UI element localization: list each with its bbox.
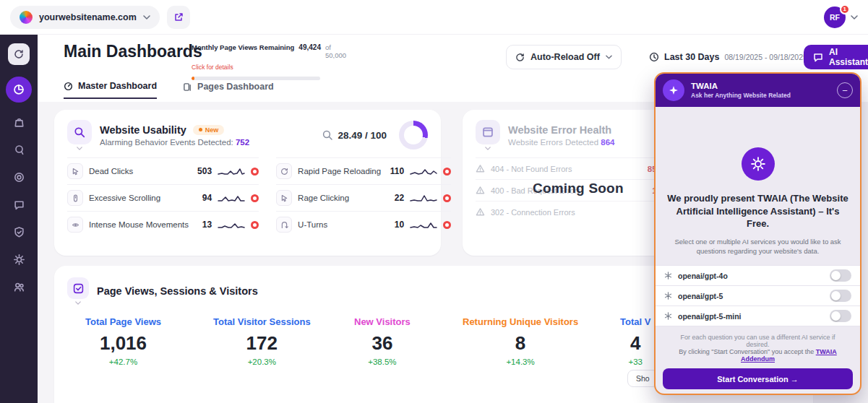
twaia-title: TWAIA — [691, 82, 791, 90]
sidebar — [0, 35, 38, 403]
notification-badge: 1 — [840, 4, 850, 14]
usability-row: Dead Clicks 503 — [67, 157, 259, 184]
chevron-down-icon — [851, 15, 858, 20]
sparkline-chart — [410, 167, 437, 176]
alert-dot-icon — [443, 194, 451, 202]
metric-label: Dead Clicks — [89, 167, 189, 176]
disclaimer-text: By clicking "Start Conversation" you acc… — [679, 348, 815, 355]
new-badge: New — [193, 125, 225, 135]
toggle-switch[interactable] — [830, 269, 851, 282]
usability-row: Rage Clicking 22 — [276, 184, 451, 211]
expand-chevron-icon[interactable] — [77, 147, 82, 150]
usability-card-icon — [67, 120, 92, 144]
metric-value: 172 — [246, 332, 278, 355]
usability-score-donut — [399, 121, 428, 150]
quota-label: Monthly Page Views Remaining — [192, 43, 294, 51]
metric-change: +14.3% — [506, 358, 534, 366]
openai-icon — [664, 292, 672, 300]
start-conversation-button[interactable]: Start Conversation → — [663, 368, 853, 389]
alert-dot-icon — [443, 221, 451, 229]
sidebar-item-collapse[interactable] — [8, 43, 30, 65]
metric-value: 110 — [387, 166, 404, 176]
metric-column: Returning Unique Visitors 8 +14.3% — [463, 316, 578, 366]
chat-bubble-icon — [14, 199, 25, 210]
warning-icon — [476, 186, 485, 195]
sidebar-item-dashboard[interactable] — [6, 77, 32, 103]
avatar[interactable]: RF 1 — [824, 6, 846, 28]
clock-icon — [649, 52, 659, 62]
error-row: 404 - Not Found Errors 852 — [476, 157, 672, 179]
usability-row: Rapid Page Reloading 110 — [276, 157, 451, 184]
sidebar-item-ecommerce[interactable] — [12, 116, 25, 129]
site-selector[interactable]: yourwebsitename.com — [10, 6, 160, 29]
toggle-switch[interactable] — [830, 290, 851, 302]
metric-label: Intense Mouse Movements — [89, 220, 189, 229]
twaia-body: We proudly present TWAIA (The Website Ar… — [656, 107, 860, 395]
sparkline-chart — [218, 220, 245, 230]
minimize-button[interactable]: − — [837, 82, 853, 98]
subtitle-text: Website Errors Detected — [508, 138, 598, 147]
ai-service-label: openai/gpt-5-mini — [678, 312, 742, 321]
metric-value: 4 — [630, 332, 640, 355]
pages-icon — [183, 82, 192, 92]
sidebar-item-communication[interactable] — [12, 198, 25, 211]
sparkline-chart — [410, 220, 437, 230]
ai-assistant-button[interactable]: AI Assistant — [804, 45, 868, 69]
ai-service-row: openai/gpt-5 — [656, 286, 860, 306]
target-icon — [14, 172, 25, 183]
metric-label: Excessive Scrolling — [89, 194, 189, 202]
user-menu[interactable]: RF 1 — [824, 6, 858, 28]
sidebar-item-visitors[interactable] — [12, 280, 25, 293]
pointer-icon — [67, 163, 83, 179]
quota-details-link[interactable]: Click for details — [192, 64, 233, 71]
chat-bubble-icon — [813, 52, 823, 62]
ai-service-label: openai/gpt-5 — [678, 292, 723, 300]
expand-chevron-icon[interactable] — [75, 301, 81, 305]
metric-value: 8 — [515, 332, 525, 355]
usability-row: Intense Mouse Movements 13 — [67, 211, 259, 238]
page-title: Main Dashboards — [64, 42, 202, 61]
metrics-card-icon — [67, 277, 89, 299]
ai-service-label: openai/gpt-4o — [678, 272, 728, 280]
collapse-sidebar-icon — [14, 49, 24, 59]
alert-dot-icon — [251, 221, 259, 229]
sidebar-item-settings[interactable] — [12, 253, 25, 266]
error-row: 302 - Connection Errors 0 — [476, 201, 672, 222]
metric-label: Rapid Page Reloading — [298, 167, 381, 176]
tab-master-dashboard[interactable]: Master Dashboard — [64, 81, 157, 99]
metric-value: 1,016 — [100, 332, 147, 355]
openai-icon — [664, 312, 672, 320]
open-website-button[interactable] — [167, 6, 190, 29]
metric-label: New Visitors — [354, 316, 411, 327]
warning-icon — [476, 164, 485, 173]
card-title: Website Usability — [100, 124, 186, 136]
usability-row: Excessive Scrolling 94 — [67, 184, 259, 211]
metric-value: 36 — [371, 332, 392, 355]
chevron-down-icon — [606, 55, 612, 59]
twaia-subtitle: Ask her Anything Website Related — [691, 92, 791, 99]
metric-column: Total Visitor Sessions 172 +20.3% — [213, 316, 311, 366]
metric-column: New Visitors 36 +38.5% — [354, 316, 411, 366]
top-bar: yourwebsitename.com RF 1 — [0, 0, 868, 35]
quota-progress-bar — [192, 77, 320, 80]
metric-label: Rage Clicking — [298, 194, 381, 202]
app-window: yourwebsitename.com RF 1 — [0, 0, 868, 403]
metric-change: +20.3% — [248, 358, 276, 366]
auto-reload-dropdown[interactable]: Auto-Reload Off — [506, 45, 622, 69]
dashboard-icon — [13, 84, 25, 95]
date-range-picker[interactable]: Last 30 Days 08/19/2025 - 09/18/2025 — [649, 45, 818, 69]
expand-chevron-icon[interactable] — [485, 147, 491, 150]
sidebar-item-behavior[interactable] — [12, 143, 25, 156]
metric-value: 503 — [194, 166, 212, 176]
site-name: yourwebsitename.com — [39, 12, 137, 22]
sidebar-item-competition[interactable] — [12, 170, 25, 183]
card-subtitle: Alarming Behavior Events Detected: 752 — [100, 138, 249, 147]
toggle-switch[interactable] — [830, 310, 851, 322]
tab-pages-dashboard[interactable]: Pages Dashboard — [183, 81, 274, 99]
metric-value: 22 — [387, 193, 404, 203]
sidebar-item-privacy[interactable] — [12, 225, 25, 238]
minus-icon: − — [842, 86, 848, 95]
usability-metrics-grid: Dead Clicks 503 Rapid Page Reloading 110 — [67, 157, 428, 238]
show-button-label: Sho — [636, 374, 650, 383]
score-value: 28.49 / 100 — [338, 130, 387, 141]
